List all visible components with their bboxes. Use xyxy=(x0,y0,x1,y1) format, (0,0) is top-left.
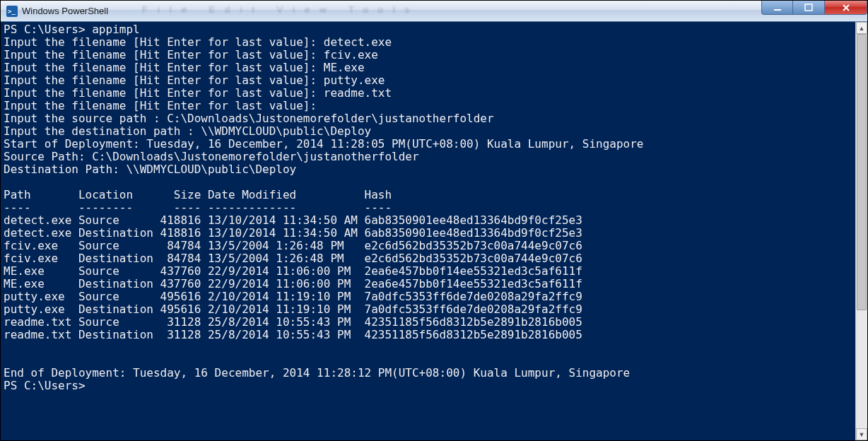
maximize-button[interactable] xyxy=(793,1,825,15)
scroll-track[interactable] xyxy=(856,34,867,428)
window-buttons xyxy=(761,1,867,21)
svg-rect-1 xyxy=(805,4,812,11)
titlebar[interactable]: Windows PowerShell File Edit View Tools xyxy=(1,1,867,22)
minimize-button[interactable] xyxy=(761,1,793,15)
scroll-thumb[interactable] xyxy=(857,34,867,310)
scroll-down-button[interactable]: ▼ xyxy=(856,428,867,440)
close-button[interactable] xyxy=(825,1,867,15)
minimize-icon xyxy=(773,4,782,12)
terminal-output[interactable]: PS C:\Users> appimpl Input the filename … xyxy=(1,22,855,440)
window-title: Windows PowerShell xyxy=(22,6,108,16)
close-icon xyxy=(841,4,851,12)
powershell-icon xyxy=(6,6,18,17)
powershell-window: Windows PowerShell File Edit View Tools … xyxy=(0,0,868,441)
vertical-scrollbar[interactable]: ▲ ▼ xyxy=(855,22,867,440)
scroll-up-button[interactable]: ▲ xyxy=(856,22,867,34)
terminal-wrapper: PS C:\Users> appimpl Input the filename … xyxy=(1,22,867,440)
maximize-icon xyxy=(804,4,813,12)
background-menu-blur: File Edit View Tools xyxy=(142,4,419,15)
svg-rect-0 xyxy=(774,9,781,11)
